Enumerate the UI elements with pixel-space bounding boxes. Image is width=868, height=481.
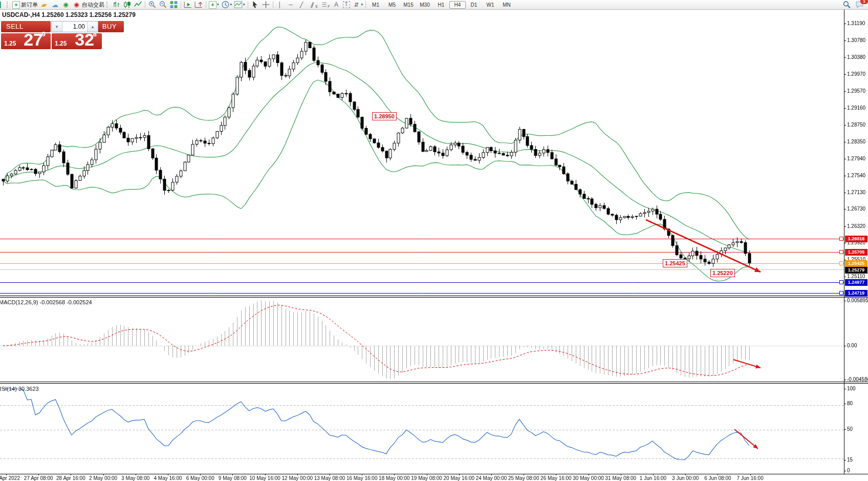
- price-chart-canvas[interactable]: [0, 0, 868, 481]
- price-tick-label: 1.27130: [847, 190, 865, 195]
- auto-scroll-icon: [184, 1, 192, 9]
- gold-icon: ▰: [38, 1, 50, 9]
- search-button[interactable]: [841, 1, 852, 9]
- fibonacci-tool[interactable]: ☰F: [319, 1, 331, 9]
- line-chart-button[interactable]: [133, 1, 143, 9]
- vertical-line-icon: │: [276, 1, 285, 9]
- channel-tool[interactable]: ∥E: [307, 1, 319, 9]
- rsi-axis-label: 80: [847, 401, 853, 406]
- price-annotation-label[interactable]: 1.25425: [663, 259, 687, 267]
- date-tick-label: 31 May 08:00: [605, 475, 636, 481]
- vertical-line-tool[interactable]: │: [275, 1, 286, 9]
- community-icon: ☁: [51, 1, 59, 9]
- timeframe-button-m30[interactable]: M30: [417, 1, 433, 9]
- timeframe-button-d1[interactable]: D1: [466, 1, 482, 9]
- arrows-tool[interactable]: ⇵▾: [351, 1, 364, 9]
- zoom-out-icon: [159, 1, 167, 9]
- cursor-tool-button[interactable]: [250, 1, 261, 9]
- date-tick-label: 16 May 16:00: [346, 475, 378, 481]
- new-order-label: 新订单: [21, 1, 38, 9]
- date-tick-label: 18 May 00:00: [379, 475, 410, 481]
- timeframe-button-h4[interactable]: H4: [449, 1, 466, 9]
- crosshair-tool-button[interactable]: [261, 1, 271, 9]
- notifications-button[interactable]: 1: [854, 1, 865, 9]
- volume-decrease-button[interactable]: ▼: [52, 22, 62, 32]
- price-line-badge: 1.24719: [845, 290, 867, 297]
- gold-button[interactable]: ▰: [39, 1, 50, 9]
- tile-windows-button[interactable]: [168, 1, 179, 9]
- toolbar: ▍ + 新订单 ▰ ☁ ◉ ◉ 自动交易: [0, 0, 868, 10]
- date-tick-label: 12 May 00:00: [281, 475, 313, 481]
- line-chart-icon: [134, 1, 142, 9]
- timeframe-button-m5[interactable]: M5: [384, 1, 400, 9]
- bar-chart-button[interactable]: [111, 1, 122, 9]
- new-order-icon: +: [12, 1, 20, 9]
- price-tick-label: 1.29160: [847, 105, 865, 111]
- auto-scroll-button[interactable]: [183, 1, 193, 9]
- timeframe-button-m15[interactable]: M15: [400, 1, 417, 9]
- crosshair-icon: [262, 1, 270, 9]
- toolbar-right-group: 1: [841, 1, 865, 9]
- price-annotation-label[interactable]: 1.28950: [372, 112, 397, 120]
- date-tick-label: 30 May 00:00: [573, 475, 604, 481]
- price-annotation-label[interactable]: 1.25220: [710, 269, 735, 277]
- horizontal-line-tool[interactable]: ─: [286, 1, 296, 9]
- timeframe-button-m1[interactable]: M1: [367, 1, 384, 9]
- date-tick-label: 27 Apr 08:00: [24, 475, 53, 481]
- volume-input[interactable]: [62, 22, 87, 32]
- sell-price-sup: 9: [42, 30, 46, 38]
- label-tool[interactable]: T: [342, 1, 351, 9]
- zoom-out-button[interactable]: [158, 1, 168, 9]
- cursor-icon: [251, 1, 259, 9]
- toolbar-separator: [206, 1, 206, 8]
- date-tick-label: 4 May 16:00: [154, 475, 182, 481]
- indicators-dropdown-icon: ▾: [217, 3, 219, 7]
- templates-button[interactable]: ▾: [233, 1, 246, 9]
- price-tick-label: 1.28750: [847, 122, 865, 128]
- date-tick-label: 2 May 00:00: [89, 475, 117, 481]
- periods-clock-icon: [221, 1, 230, 9]
- macd-axis-label: 0.005895: [847, 298, 868, 303]
- community-button[interactable]: ☁: [50, 1, 60, 9]
- chart-shift-button[interactable]: [193, 1, 204, 9]
- zoom-in-button[interactable]: [147, 1, 158, 9]
- tile-windows-icon: [169, 1, 178, 9]
- periods-button[interactable]: ▾: [220, 1, 233, 9]
- indicators-icon: +: [209, 1, 216, 9]
- trendline-tool[interactable]: ╱: [296, 1, 307, 9]
- text-tool[interactable]: A: [331, 1, 342, 9]
- sell-price-display[interactable]: 1.25 279: [1, 33, 51, 49]
- templates-icon: [234, 1, 243, 9]
- toolbar-separator: [248, 1, 248, 8]
- new-order-button[interactable]: + 新订单: [11, 1, 39, 9]
- signals-button[interactable]: ◉: [60, 1, 71, 9]
- arrows-dropdown-icon: ▾: [361, 3, 363, 7]
- buy-price-display[interactable]: 1.25 328: [52, 33, 102, 49]
- sell-price-big: 27: [24, 30, 43, 50]
- toolbar-separator: [273, 1, 273, 8]
- timeframe-button-h1[interactable]: H1: [433, 1, 449, 9]
- timeframe-button-w1[interactable]: W1: [482, 1, 498, 9]
- notification-count-badge: 1: [860, 0, 868, 4]
- date-tick-label: 26 Apr 2022: [0, 475, 20, 481]
- rsi-axis-label: 100: [847, 386, 856, 391]
- buy-price-big: 32: [75, 30, 94, 50]
- templates-dropdown-icon: ▾: [243, 3, 245, 7]
- timeframe-button-mn[interactable]: MN: [498, 1, 515, 9]
- candlestick-chart-button[interactable]: [122, 1, 133, 9]
- date-tick-label: 13 May 08:00: [314, 475, 345, 481]
- bar-chart-icon: [112, 1, 121, 9]
- macd-axis-label: -0.004586: [847, 377, 868, 382]
- date-tick-label: 9 May 08:00: [219, 475, 247, 481]
- autotrade-button[interactable]: ◉ 自动交易: [71, 1, 105, 9]
- volume-increase-button[interactable]: ▲: [87, 22, 98, 32]
- price-line-badge: 1.25705: [845, 249, 867, 256]
- macd-indicator-label: MACD(12,26,9) -0.002568 -0.002524: [0, 299, 92, 305]
- autotrade-label: 自动交易: [82, 1, 104, 9]
- date-tick-label: 3 May 08:00: [121, 475, 149, 481]
- date-tick-label: 25 May 08:00: [508, 475, 539, 481]
- indicators-button[interactable]: + ▾: [208, 1, 220, 9]
- toolbar-separator: [181, 1, 181, 8]
- price-tick-label: 1.25110: [847, 274, 865, 279]
- price-tick-label: 1.30780: [847, 37, 865, 43]
